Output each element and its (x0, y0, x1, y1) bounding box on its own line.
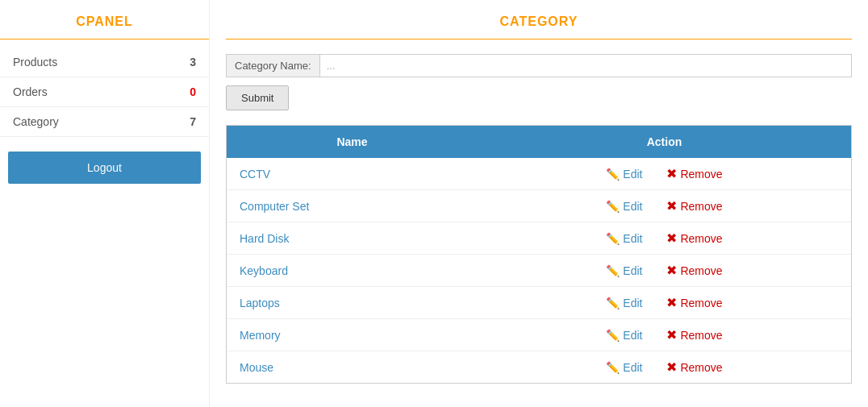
sidebar-item-products-count: 3 (190, 56, 196, 69)
table-row: Computer Set✏️Edit✖Remove (227, 190, 851, 222)
remove-label: Remove (680, 264, 722, 277)
category-action-cell: ✏️Edit✖Remove (478, 255, 851, 287)
category-name-cell: Laptops (227, 287, 478, 319)
remove-label: Remove (680, 329, 722, 342)
edit-label: Edit (623, 264, 642, 277)
sidebar-item-orders[interactable]: Orders 0 (0, 77, 209, 107)
sidebar: CPANEL Products 3 Orders 0 Category 7 Lo… (0, 0, 210, 407)
remove-button[interactable]: ✖Remove (666, 166, 722, 181)
edit-icon: ✏️ (606, 168, 620, 181)
remove-icon: ✖ (666, 198, 677, 214)
edit-button[interactable]: ✏️Edit (606, 198, 642, 214)
remove-label: Remove (680, 168, 722, 181)
category-action-cell: ✏️Edit✖Remove (478, 158, 851, 190)
sidebar-item-category-label: Category (13, 115, 59, 128)
edit-label: Edit (623, 329, 642, 342)
edit-label: Edit (623, 297, 642, 309)
edit-button[interactable]: ✏️Edit (606, 166, 642, 181)
sidebar-item-category[interactable]: Category 7 (0, 107, 209, 137)
category-name-cell: CCTV (227, 158, 478, 190)
category-name-cell: Mouse (227, 351, 478, 384)
main-content: CATEGORY Category Name: Submit Name Acti… (210, 0, 868, 407)
sidebar-item-orders-label: Orders (13, 85, 48, 98)
edit-label: Edit (623, 168, 642, 181)
edit-label: Edit (623, 232, 642, 245)
logout-button[interactable]: Logout (8, 152, 201, 184)
edit-label: Edit (623, 361, 642, 374)
category-action-cell: ✏️Edit✖Remove (478, 190, 851, 222)
remove-icon: ✖ (666, 327, 677, 343)
remove-icon: ✖ (666, 263, 677, 278)
sidebar-item-products-label: Products (13, 56, 57, 69)
table-row: Memory✏️Edit✖Remove (227, 319, 851, 351)
edit-icon: ✏️ (606, 297, 620, 309)
remove-button[interactable]: ✖Remove (666, 263, 722, 278)
category-name-cell: Hard Disk (227, 222, 478, 255)
edit-icon: ✏️ (606, 200, 620, 213)
table-row: Mouse✏️Edit✖Remove (227, 351, 851, 384)
remove-label: Remove (680, 200, 722, 213)
sidebar-item-products[interactable]: Products 3 (0, 48, 209, 77)
table-row: Keyboard✏️Edit✖Remove (227, 255, 851, 287)
edit-icon: ✏️ (606, 232, 620, 245)
category-table: Name Action CCTV✏️Edit✖RemoveComputer Se… (227, 126, 851, 383)
remove-icon: ✖ (666, 295, 677, 310)
remove-label: Remove (680, 232, 722, 245)
edit-icon: ✏️ (606, 264, 620, 277)
category-name-cell: Memory (227, 319, 478, 351)
remove-button[interactable]: ✖Remove (666, 359, 722, 375)
edit-icon: ✏️ (606, 329, 620, 342)
remove-button[interactable]: ✖Remove (666, 295, 722, 310)
edit-button[interactable]: ✏️Edit (606, 327, 642, 343)
category-action-cell: ✏️Edit✖Remove (478, 351, 851, 384)
sidebar-item-category-count: 7 (190, 115, 196, 128)
remove-button[interactable]: ✖Remove (666, 198, 722, 214)
sidebar-title: CPANEL (0, 8, 209, 39)
edit-button[interactable]: ✏️Edit (606, 263, 642, 278)
remove-label: Remove (680, 297, 722, 309)
edit-icon: ✏️ (606, 361, 620, 374)
remove-icon: ✖ (666, 359, 677, 375)
category-name-input[interactable] (319, 54, 852, 77)
main-title: CATEGORY (226, 8, 852, 39)
category-name-cell: Computer Set (227, 190, 478, 222)
edit-button[interactable]: ✏️Edit (606, 359, 642, 375)
remove-icon: ✖ (666, 166, 677, 181)
edit-button[interactable]: ✏️Edit (606, 295, 642, 310)
category-name-label: Category Name: (226, 54, 319, 77)
sidebar-item-orders-count: 0 (190, 85, 196, 98)
category-action-cell: ✏️Edit✖Remove (478, 319, 851, 351)
remove-icon: ✖ (666, 230, 677, 246)
category-action-cell: ✏️Edit✖Remove (478, 287, 851, 319)
category-name-cell: Keyboard (227, 255, 478, 287)
table-row: CCTV✏️Edit✖Remove (227, 158, 851, 190)
category-action-cell: ✏️Edit✖Remove (478, 222, 851, 255)
category-table-wrap: Name Action CCTV✏️Edit✖RemoveComputer Se… (226, 125, 852, 384)
table-row: Hard Disk✏️Edit✖Remove (227, 222, 851, 255)
remove-button[interactable]: ✖Remove (666, 327, 722, 343)
category-form-row: Category Name: (226, 54, 852, 77)
table-row: Laptops✏️Edit✖Remove (227, 287, 851, 319)
col-action-header: Action (478, 126, 851, 158)
col-name-header: Name (227, 126, 478, 158)
table-header-row: Name Action (227, 126, 851, 158)
remove-label: Remove (680, 361, 722, 374)
remove-button[interactable]: ✖Remove (666, 230, 722, 246)
submit-button[interactable]: Submit (226, 85, 289, 110)
edit-button[interactable]: ✏️Edit (606, 230, 642, 246)
edit-label: Edit (623, 200, 642, 213)
